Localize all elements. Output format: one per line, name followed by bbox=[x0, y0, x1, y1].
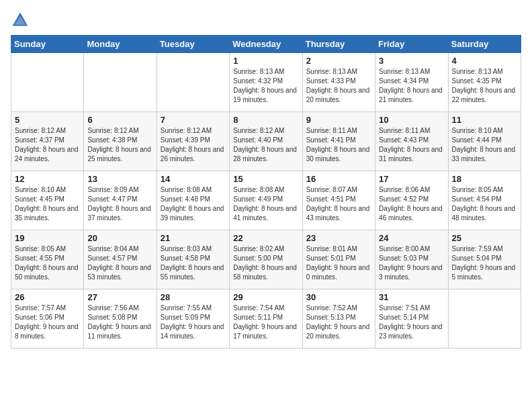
day-info: Sunrise: 7:51 AM Sunset: 5:14 PM Dayligh… bbox=[379, 304, 444, 341]
day-info: Sunrise: 8:12 AM Sunset: 4:39 PM Dayligh… bbox=[161, 126, 226, 164]
calendar-cell bbox=[448, 289, 521, 349]
day-info: Sunrise: 8:11 AM Sunset: 4:43 PM Dayligh… bbox=[379, 126, 444, 164]
calendar-cell bbox=[157, 53, 229, 112]
day-number: 22 bbox=[233, 233, 298, 243]
day-number: 10 bbox=[379, 115, 444, 125]
day-number: 24 bbox=[379, 233, 444, 243]
day-number: 18 bbox=[452, 174, 517, 184]
day-info: Sunrise: 8:07 AM Sunset: 4:51 PM Dayligh… bbox=[306, 185, 371, 223]
calendar-cell: 30Sunrise: 7:52 AM Sunset: 5:13 PM Dayli… bbox=[302, 289, 375, 349]
day-info: Sunrise: 8:05 AM Sunset: 4:55 PM Dayligh… bbox=[15, 244, 80, 282]
calendar-cell: 1Sunrise: 8:13 AM Sunset: 4:32 PM Daylig… bbox=[230, 53, 302, 112]
day-number: 15 bbox=[233, 174, 298, 184]
weekday-header-friday: Friday bbox=[375, 36, 448, 53]
day-info: Sunrise: 7:57 AM Sunset: 5:06 PM Dayligh… bbox=[15, 304, 80, 341]
day-number: 14 bbox=[161, 174, 226, 184]
day-number: 28 bbox=[161, 292, 226, 302]
calendar-cell: 13Sunrise: 8:09 AM Sunset: 4:47 PM Dayli… bbox=[84, 171, 157, 230]
calendar-cell: 29Sunrise: 7:54 AM Sunset: 5:11 PM Dayli… bbox=[230, 289, 302, 349]
calendar-cell: 16Sunrise: 8:07 AM Sunset: 4:51 PM Dayli… bbox=[302, 171, 375, 230]
day-info: Sunrise: 8:10 AM Sunset: 4:45 PM Dayligh… bbox=[15, 185, 80, 223]
weekday-header-thursday: Thursday bbox=[302, 36, 375, 53]
calendar-cell: 17Sunrise: 8:06 AM Sunset: 4:52 PM Dayli… bbox=[375, 171, 448, 230]
day-number: 1 bbox=[233, 56, 298, 66]
calendar-week-row: 19Sunrise: 8:05 AM Sunset: 4:55 PM Dayli… bbox=[11, 230, 521, 289]
day-info: Sunrise: 8:12 AM Sunset: 4:37 PM Dayligh… bbox=[15, 126, 80, 164]
day-number: 5 bbox=[15, 115, 80, 125]
day-info: Sunrise: 8:08 AM Sunset: 4:48 PM Dayligh… bbox=[161, 185, 226, 223]
day-info: Sunrise: 8:13 AM Sunset: 4:35 PM Dayligh… bbox=[452, 67, 517, 105]
logo bbox=[11, 11, 32, 30]
day-info: Sunrise: 8:03 AM Sunset: 4:58 PM Dayligh… bbox=[161, 244, 226, 282]
calendar-cell bbox=[11, 53, 84, 112]
day-number: 29 bbox=[233, 292, 298, 302]
calendar-cell: 24Sunrise: 8:00 AM Sunset: 5:03 PM Dayli… bbox=[375, 230, 448, 289]
day-number: 21 bbox=[161, 233, 226, 243]
calendar-cell: 15Sunrise: 8:08 AM Sunset: 4:49 PM Dayli… bbox=[230, 171, 302, 230]
calendar-cell: 26Sunrise: 7:57 AM Sunset: 5:06 PM Dayli… bbox=[11, 289, 84, 349]
day-number: 23 bbox=[306, 233, 371, 243]
day-number: 12 bbox=[15, 174, 80, 184]
calendar-cell: 9Sunrise: 8:11 AM Sunset: 4:41 PM Daylig… bbox=[302, 112, 375, 171]
calendar-cell: 18Sunrise: 8:05 AM Sunset: 4:54 PM Dayli… bbox=[448, 171, 521, 230]
day-info: Sunrise: 8:12 AM Sunset: 4:40 PM Dayligh… bbox=[233, 126, 298, 164]
calendar-cell: 31Sunrise: 7:51 AM Sunset: 5:14 PM Dayli… bbox=[375, 289, 448, 349]
day-info: Sunrise: 8:09 AM Sunset: 4:47 PM Dayligh… bbox=[87, 185, 152, 223]
day-number: 8 bbox=[233, 115, 298, 125]
day-info: Sunrise: 7:54 AM Sunset: 5:11 PM Dayligh… bbox=[233, 304, 298, 341]
day-info: Sunrise: 8:13 AM Sunset: 4:33 PM Dayligh… bbox=[306, 67, 371, 105]
calendar-cell: 14Sunrise: 8:08 AM Sunset: 4:48 PM Dayli… bbox=[157, 171, 229, 230]
day-info: Sunrise: 8:02 AM Sunset: 5:00 PM Dayligh… bbox=[233, 244, 298, 282]
calendar-cell: 12Sunrise: 8:10 AM Sunset: 4:45 PM Dayli… bbox=[11, 171, 84, 230]
day-number: 19 bbox=[15, 233, 80, 243]
calendar-cell: 2Sunrise: 8:13 AM Sunset: 4:33 PM Daylig… bbox=[302, 53, 375, 112]
weekday-header-sunday: Sunday bbox=[11, 36, 84, 53]
day-number: 7 bbox=[161, 115, 226, 125]
calendar-cell: 21Sunrise: 8:03 AM Sunset: 4:58 PM Dayli… bbox=[157, 230, 229, 289]
calendar-cell: 23Sunrise: 8:01 AM Sunset: 5:01 PM Dayli… bbox=[302, 230, 375, 289]
day-info: Sunrise: 7:59 AM Sunset: 5:04 PM Dayligh… bbox=[452, 244, 517, 282]
calendar-cell: 19Sunrise: 8:05 AM Sunset: 4:55 PM Dayli… bbox=[11, 230, 84, 289]
day-info: Sunrise: 7:55 AM Sunset: 5:09 PM Dayligh… bbox=[161, 304, 226, 341]
calendar-cell: 7Sunrise: 8:12 AM Sunset: 4:39 PM Daylig… bbox=[157, 112, 229, 171]
day-info: Sunrise: 8:08 AM Sunset: 4:49 PM Dayligh… bbox=[233, 185, 298, 223]
weekday-header-tuesday: Tuesday bbox=[157, 36, 229, 53]
day-number: 27 bbox=[87, 292, 152, 302]
weekday-header-saturday: Saturday bbox=[448, 36, 521, 53]
calendar-cell: 27Sunrise: 7:56 AM Sunset: 5:08 PM Dayli… bbox=[84, 289, 157, 349]
day-info: Sunrise: 8:05 AM Sunset: 4:54 PM Dayligh… bbox=[452, 185, 517, 223]
day-number: 20 bbox=[87, 233, 152, 243]
calendar-table: SundayMondayTuesdayWednesdayThursdayFrid… bbox=[11, 35, 521, 349]
day-info: Sunrise: 8:13 AM Sunset: 4:32 PM Dayligh… bbox=[233, 67, 298, 105]
day-number: 13 bbox=[87, 174, 152, 184]
calendar-body: 1Sunrise: 8:13 AM Sunset: 4:32 PM Daylig… bbox=[11, 53, 521, 349]
logo-icon bbox=[11, 11, 30, 30]
day-number: 2 bbox=[306, 56, 371, 66]
day-number: 3 bbox=[379, 56, 444, 66]
day-number: 9 bbox=[306, 115, 371, 125]
calendar-cell bbox=[84, 53, 157, 112]
calendar-cell: 25Sunrise: 7:59 AM Sunset: 5:04 PM Dayli… bbox=[448, 230, 521, 289]
day-number: 6 bbox=[87, 115, 152, 125]
calendar-cell: 22Sunrise: 8:02 AM Sunset: 5:00 PM Dayli… bbox=[230, 230, 302, 289]
day-info: Sunrise: 8:00 AM Sunset: 5:03 PM Dayligh… bbox=[379, 244, 444, 282]
weekday-header-row: SundayMondayTuesdayWednesdayThursdayFrid… bbox=[11, 36, 521, 53]
day-info: Sunrise: 7:56 AM Sunset: 5:08 PM Dayligh… bbox=[87, 304, 152, 341]
day-info: Sunrise: 8:04 AM Sunset: 4:57 PM Dayligh… bbox=[87, 244, 152, 282]
day-number: 25 bbox=[452, 233, 517, 243]
weekday-header-wednesday: Wednesday bbox=[230, 36, 302, 53]
day-number: 31 bbox=[379, 292, 444, 302]
day-info: Sunrise: 7:52 AM Sunset: 5:13 PM Dayligh… bbox=[306, 304, 371, 341]
day-number: 11 bbox=[452, 115, 517, 125]
page-header bbox=[11, 11, 521, 30]
calendar-cell: 4Sunrise: 8:13 AM Sunset: 4:35 PM Daylig… bbox=[448, 53, 521, 112]
day-info: Sunrise: 8:10 AM Sunset: 4:44 PM Dayligh… bbox=[452, 126, 517, 164]
day-info: Sunrise: 8:13 AM Sunset: 4:34 PM Dayligh… bbox=[379, 67, 444, 105]
calendar-cell: 28Sunrise: 7:55 AM Sunset: 5:09 PM Dayli… bbox=[157, 289, 229, 349]
day-number: 16 bbox=[306, 174, 371, 184]
day-number: 17 bbox=[379, 174, 444, 184]
day-number: 4 bbox=[452, 56, 517, 66]
day-info: Sunrise: 8:06 AM Sunset: 4:52 PM Dayligh… bbox=[379, 185, 444, 223]
day-number: 30 bbox=[306, 292, 371, 302]
calendar-cell: 8Sunrise: 8:12 AM Sunset: 4:40 PM Daylig… bbox=[230, 112, 302, 171]
